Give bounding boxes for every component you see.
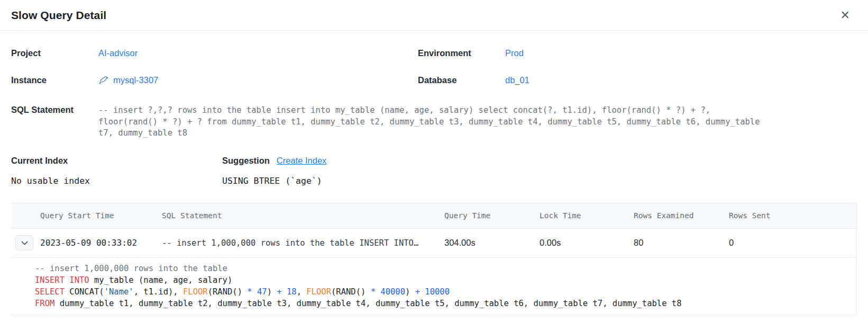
instance-label: Instance (11, 75, 98, 85)
modal-header: Slow Query Detail ✕ (0, 0, 868, 31)
col-lock-time: Lock Time (540, 211, 634, 220)
query-info-section: Project AI-advisor Environment Prod Inst… (0, 48, 868, 139)
col-rows-sent: Rows Sent (729, 211, 856, 220)
expanded-sql-code: -- insert 1,000,000 rows into the tableI… (11, 258, 856, 315)
database-label: Database (418, 75, 505, 85)
row-expand-button[interactable] (15, 235, 33, 251)
sql-statement-label: SQL Statement (11, 105, 98, 139)
cell-rows-sent: 0 (729, 238, 856, 248)
col-rows-examined: Rows Examined (634, 211, 729, 220)
slow-query-table: Query Start Time SQL Statement Query Tim… (11, 203, 857, 315)
index-value-row: No usable index USING BTREE (`age`) (0, 176, 868, 186)
create-index-link[interactable]: Create Index (277, 156, 326, 166)
close-icon[interactable]: ✕ (838, 8, 852, 22)
cell-lock-time: 0.00s (540, 238, 634, 248)
instance-link[interactable]: mysql-3307 (113, 75, 158, 85)
environment-link[interactable]: Prod (505, 48, 524, 58)
project-label: Project (11, 48, 98, 58)
current-index-value: No usable index (11, 176, 222, 186)
col-query-start-time: Query Start Time (40, 211, 162, 220)
table-header-row: Query Start Time SQL Statement Query Tim… (11, 203, 856, 229)
suggestion-label: Suggestion (222, 156, 270, 166)
database-link[interactable]: db_01 (505, 75, 529, 85)
index-heading-row: Current Index Suggestion Create Index (0, 156, 868, 166)
code-line: FROM dummy_table t1, dummy_table t2, dum… (35, 298, 846, 309)
current-index-label: Current Index (11, 156, 222, 166)
chevron-down-icon (21, 241, 28, 245)
col-query-time: Query Time (444, 211, 540, 220)
cell-query-start-time: 2023-05-09 00:33:02 (40, 238, 162, 248)
sql-statement-text: -- insert ?,?,? rows into the table inse… (98, 105, 857, 139)
code-line: -- insert 1,000,000 rows into the table (35, 263, 846, 274)
cell-sql-statement: -- insert 1,000,000 rows into the table … (162, 238, 444, 248)
code-line: INSERT INTO my_table (name, age, salary) (35, 274, 846, 286)
page-title: Slow Query Detail (11, 9, 106, 22)
cell-rows-examined: 80 (634, 238, 729, 248)
suggestion-value: USING BTREE (`age`) (222, 176, 322, 186)
table-row[interactable]: 2023-05-09 00:33:02 -- insert 1,000,000 … (11, 229, 856, 258)
mysql-dolphin-icon (98, 75, 109, 86)
project-link[interactable]: AI-advisor (98, 48, 138, 58)
code-line: SELECT CONCAT('Name', t1.id), FLOOR(RAND… (35, 286, 846, 298)
environment-label: Environment (418, 48, 505, 58)
cell-query-time: 304.00s (444, 238, 540, 248)
col-sql-statement: SQL Statement (162, 211, 444, 220)
